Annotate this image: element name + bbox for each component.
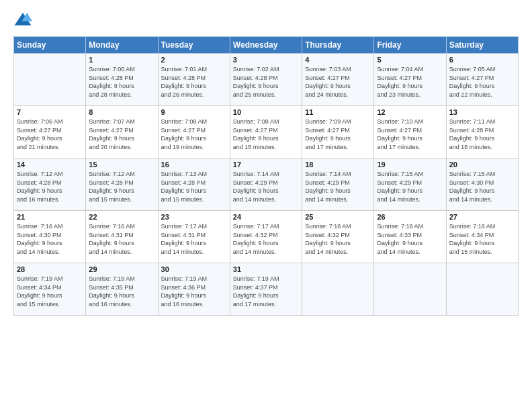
day-number: 8 — [89, 108, 154, 116]
day-number: 2 — [161, 56, 227, 64]
day-info: Sunrise: 7:03 AMSunset: 4:27 PMDaylight:… — [305, 65, 371, 99]
week-row-3: 14Sunrise: 7:12 AMSunset: 4:28 PMDayligh… — [14, 158, 519, 211]
calendar-cell: 13Sunrise: 7:11 AMSunset: 4:28 PMDayligh… — [446, 106, 518, 158]
day-number: 10 — [233, 108, 299, 116]
day-number: 12 — [377, 108, 443, 116]
calendar-cell: 11Sunrise: 7:09 AMSunset: 4:27 PMDayligh… — [302, 106, 374, 158]
calendar-cell: 25Sunrise: 7:18 AMSunset: 4:32 PMDayligh… — [302, 211, 374, 263]
day-info: Sunrise: 7:19 AMSunset: 4:34 PMDaylight:… — [17, 275, 83, 308]
day-number: 17 — [233, 161, 299, 169]
day-number: 28 — [17, 265, 83, 273]
day-info: Sunrise: 7:02 AMSunset: 4:28 PMDaylight:… — [233, 65, 299, 99]
day-info: Sunrise: 7:04 AMSunset: 4:27 PMDaylight:… — [377, 65, 443, 99]
header-saturday: Saturday — [446, 37, 518, 54]
day-info: Sunrise: 7:16 AMSunset: 4:30 PMDaylight:… — [17, 222, 83, 256]
day-number: 31 — [233, 265, 299, 273]
calendar-cell: 7Sunrise: 7:06 AMSunset: 4:27 PMDaylight… — [14, 106, 86, 158]
logo-icon — [13, 11, 32, 30]
day-number: 3 — [233, 56, 299, 64]
calendar-cell: 22Sunrise: 7:16 AMSunset: 4:31 PMDayligh… — [86, 211, 158, 263]
day-info: Sunrise: 7:17 AMSunset: 4:31 PMDaylight:… — [161, 222, 227, 256]
day-number: 15 — [89, 161, 154, 169]
day-number: 23 — [161, 213, 227, 221]
calendar-cell: 1Sunrise: 7:00 AMSunset: 4:28 PMDaylight… — [86, 54, 158, 106]
calendar-cell: 19Sunrise: 7:15 AMSunset: 4:29 PMDayligh… — [374, 158, 446, 211]
day-info: Sunrise: 7:14 AMSunset: 4:29 PMDaylight:… — [233, 170, 299, 203]
calendar-cell: 24Sunrise: 7:17 AMSunset: 4:32 PMDayligh… — [230, 211, 302, 263]
calendar-cell: 20Sunrise: 7:15 AMSunset: 4:30 PMDayligh… — [446, 158, 518, 211]
day-info: Sunrise: 7:14 AMSunset: 4:29 PMDaylight:… — [305, 170, 371, 203]
day-info: Sunrise: 7:15 AMSunset: 4:30 PMDaylight:… — [449, 170, 515, 203]
header-tuesday: Tuesday — [158, 37, 230, 54]
day-info: Sunrise: 7:19 AMSunset: 4:37 PMDaylight:… — [233, 275, 299, 308]
calendar-cell: 3Sunrise: 7:02 AMSunset: 4:28 PMDaylight… — [230, 54, 302, 106]
day-info: Sunrise: 7:19 AMSunset: 4:36 PMDaylight:… — [161, 275, 227, 308]
day-info: Sunrise: 7:08 AMSunset: 4:27 PMDaylight:… — [233, 118, 299, 151]
day-info: Sunrise: 7:09 AMSunset: 4:27 PMDaylight:… — [305, 118, 371, 151]
calendar-cell: 12Sunrise: 7:10 AMSunset: 4:27 PMDayligh… — [374, 106, 446, 158]
day-number: 30 — [161, 265, 227, 273]
calendar-cell: 27Sunrise: 7:18 AMSunset: 4:34 PMDayligh… — [446, 211, 518, 263]
week-row-1: 1Sunrise: 7:00 AMSunset: 4:28 PMDaylight… — [14, 54, 519, 106]
day-number: 13 — [449, 108, 515, 116]
day-info: Sunrise: 7:08 AMSunset: 4:27 PMDaylight:… — [161, 118, 227, 151]
day-info: Sunrise: 7:18 AMSunset: 4:33 PMDaylight:… — [377, 222, 443, 256]
calendar-cell: 5Sunrise: 7:04 AMSunset: 4:27 PMDaylight… — [374, 54, 446, 106]
day-number: 4 — [305, 56, 371, 64]
header — [13, 11, 519, 30]
calendar-cell: 4Sunrise: 7:03 AMSunset: 4:27 PMDaylight… — [302, 54, 374, 106]
calendar-cell: 17Sunrise: 7:14 AMSunset: 4:29 PMDayligh… — [230, 158, 302, 211]
calendar-cell: 31Sunrise: 7:19 AMSunset: 4:37 PMDayligh… — [230, 263, 302, 316]
header-friday: Friday — [374, 37, 446, 54]
header-thursday: Thursday — [302, 37, 374, 54]
day-number: 5 — [377, 56, 443, 64]
day-number: 22 — [89, 213, 154, 221]
calendar-cell: 30Sunrise: 7:19 AMSunset: 4:36 PMDayligh… — [158, 263, 230, 316]
header-row: SundayMondayTuesdayWednesdayThursdayFrid… — [14, 37, 519, 54]
day-number: 19 — [377, 161, 443, 169]
day-info: Sunrise: 7:13 AMSunset: 4:28 PMDaylight:… — [161, 170, 227, 203]
day-info: Sunrise: 7:00 AMSunset: 4:28 PMDaylight:… — [89, 65, 154, 99]
day-number: 1 — [89, 56, 154, 64]
page: SundayMondayTuesdayWednesdayThursdayFrid… — [0, 0, 532, 411]
day-number: 9 — [161, 108, 227, 116]
day-number: 20 — [449, 161, 515, 169]
day-info: Sunrise: 7:11 AMSunset: 4:28 PMDaylight:… — [449, 118, 515, 151]
day-number: 29 — [89, 265, 154, 273]
header-wednesday: Wednesday — [230, 37, 302, 54]
calendar-cell: 14Sunrise: 7:12 AMSunset: 4:28 PMDayligh… — [14, 158, 86, 211]
day-info: Sunrise: 7:15 AMSunset: 4:29 PMDaylight:… — [377, 170, 443, 203]
calendar-cell: 16Sunrise: 7:13 AMSunset: 4:28 PMDayligh… — [158, 158, 230, 211]
calendar-cell: 23Sunrise: 7:17 AMSunset: 4:31 PMDayligh… — [158, 211, 230, 263]
week-row-4: 21Sunrise: 7:16 AMSunset: 4:30 PMDayligh… — [14, 211, 519, 263]
day-info: Sunrise: 7:06 AMSunset: 4:27 PMDaylight:… — [17, 118, 83, 151]
week-row-2: 7Sunrise: 7:06 AMSunset: 4:27 PMDaylight… — [14, 106, 519, 158]
calendar-cell: 9Sunrise: 7:08 AMSunset: 4:27 PMDaylight… — [158, 106, 230, 158]
day-info: Sunrise: 7:05 AMSunset: 4:27 PMDaylight:… — [449, 65, 515, 99]
calendar-cell — [302, 263, 374, 316]
day-number: 6 — [449, 56, 515, 64]
calendar-cell: 28Sunrise: 7:19 AMSunset: 4:34 PMDayligh… — [14, 263, 86, 316]
calendar-cell: 26Sunrise: 7:18 AMSunset: 4:33 PMDayligh… — [374, 211, 446, 263]
day-number: 11 — [305, 108, 371, 116]
logo — [13, 11, 35, 30]
day-number: 25 — [305, 213, 371, 221]
week-row-5: 28Sunrise: 7:19 AMSunset: 4:34 PMDayligh… — [14, 263, 519, 316]
day-info: Sunrise: 7:12 AMSunset: 4:28 PMDaylight:… — [89, 170, 154, 203]
calendar-cell: 21Sunrise: 7:16 AMSunset: 4:30 PMDayligh… — [14, 211, 86, 263]
calendar-cell: 8Sunrise: 7:07 AMSunset: 4:27 PMDaylight… — [86, 106, 158, 158]
header-monday: Monday — [86, 37, 158, 54]
day-number: 27 — [449, 213, 515, 221]
day-info: Sunrise: 7:18 AMSunset: 4:32 PMDaylight:… — [305, 222, 371, 256]
day-info: Sunrise: 7:12 AMSunset: 4:28 PMDaylight:… — [17, 170, 83, 203]
calendar-cell: 29Sunrise: 7:19 AMSunset: 4:35 PMDayligh… — [86, 263, 158, 316]
day-number: 24 — [233, 213, 299, 221]
day-number: 14 — [17, 161, 83, 169]
calendar-cell: 18Sunrise: 7:14 AMSunset: 4:29 PMDayligh… — [302, 158, 374, 211]
calendar-cell: 2Sunrise: 7:01 AMSunset: 4:28 PMDaylight… — [158, 54, 230, 106]
calendar-cell: 15Sunrise: 7:12 AMSunset: 4:28 PMDayligh… — [86, 158, 158, 211]
calendar-cell — [446, 263, 518, 316]
day-info: Sunrise: 7:19 AMSunset: 4:35 PMDaylight:… — [89, 275, 154, 308]
day-info: Sunrise: 7:16 AMSunset: 4:31 PMDaylight:… — [89, 222, 154, 256]
day-info: Sunrise: 7:07 AMSunset: 4:27 PMDaylight:… — [89, 118, 154, 151]
